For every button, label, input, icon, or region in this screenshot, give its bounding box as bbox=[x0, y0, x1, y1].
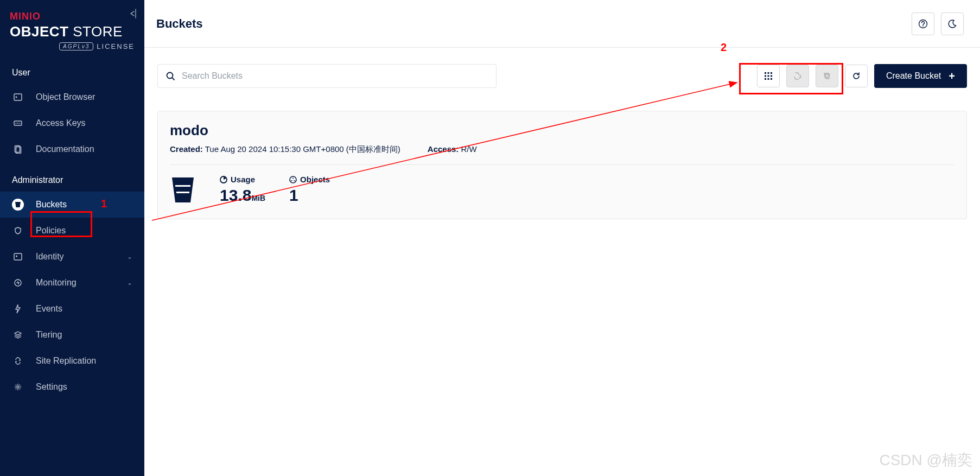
sidebar-item-access-keys[interactable]: Access Keys bbox=[0, 110, 144, 136]
svg-rect-20 bbox=[771, 75, 772, 77]
svg-point-13 bbox=[922, 26, 924, 27]
svg-rect-22 bbox=[767, 78, 769, 80]
svg-rect-15 bbox=[765, 72, 766, 74]
events-icon bbox=[12, 303, 24, 315]
objects-label: Objects bbox=[289, 175, 330, 184]
svg-point-9 bbox=[16, 256, 17, 257]
svg-rect-16 bbox=[767, 72, 769, 74]
action-row: Create Bucket + bbox=[157, 64, 967, 88]
usage-stat: Usage 13.8MiB bbox=[220, 175, 265, 205]
svg-point-30 bbox=[294, 180, 295, 181]
plus-icon: + bbox=[949, 70, 955, 82]
topbar-actions bbox=[912, 12, 964, 35]
topbar: Buckets bbox=[144, 0, 980, 48]
svg-point-3 bbox=[16, 123, 17, 124]
objects-icon bbox=[289, 176, 297, 183]
bucket-meta: Created: Tue Aug 20 2024 10:15:30 GMT+08… bbox=[170, 144, 954, 165]
search-wrap bbox=[157, 64, 497, 88]
settings-icon bbox=[12, 381, 24, 393]
object-browser-icon bbox=[12, 91, 24, 103]
sidebar-item-policies[interactable]: Policies bbox=[0, 218, 144, 244]
usage-label: Usage bbox=[220, 175, 265, 184]
search-input[interactable] bbox=[182, 71, 488, 81]
bucket-icon bbox=[12, 199, 24, 211]
svg-rect-18 bbox=[765, 75, 766, 77]
create-bucket-button[interactable]: Create Bucket + bbox=[874, 64, 967, 88]
refresh-button[interactable] bbox=[845, 65, 868, 87]
replication-icon bbox=[823, 72, 831, 80]
usage-icon bbox=[220, 176, 227, 183]
bucket-created: Created: Tue Aug 20 2024 10:15:30 GMT+08… bbox=[170, 144, 400, 155]
content: Create Bucket + modo Created: Tue Aug 20… bbox=[144, 48, 980, 236]
bucket-access: Access: R/W bbox=[428, 144, 477, 155]
grid-icon bbox=[764, 72, 773, 80]
refresh-icon bbox=[852, 72, 861, 80]
sidebar-item-settings[interactable]: Settings bbox=[0, 374, 144, 400]
sidebar-item-label: Events bbox=[36, 304, 62, 314]
grid-view-button[interactable] bbox=[757, 65, 780, 87]
sidebar-item-site-replication[interactable]: Site Replication bbox=[0, 348, 144, 374]
policies-icon bbox=[12, 225, 24, 237]
lifecycle-button bbox=[786, 65, 809, 87]
bucket-card[interactable]: modo Created: Tue Aug 20 2024 10:15:30 G… bbox=[157, 111, 967, 219]
tiering-icon bbox=[12, 329, 24, 341]
svg-point-4 bbox=[17, 123, 18, 124]
svg-point-27 bbox=[290, 176, 296, 183]
sidebar-item-label: Settings bbox=[36, 382, 67, 392]
sidebar-item-label: Documentation bbox=[36, 144, 94, 154]
sidebar-item-monitoring[interactable]: Monitoring ⌄ bbox=[0, 270, 144, 296]
sidebar: MINIO OBJECT STORE AGPLv3 LICENSE User O… bbox=[0, 0, 144, 476]
sidebar-item-buckets[interactable]: Buckets bbox=[0, 192, 144, 218]
sidebar-item-label: Object Browser bbox=[36, 92, 95, 102]
sidebar-item-label: Buckets bbox=[36, 200, 67, 210]
sidebar-item-identity[interactable]: Identity ⌄ bbox=[0, 244, 144, 270]
objects-stat: Objects 1 bbox=[289, 175, 330, 205]
brand-logo: MINIO bbox=[10, 11, 135, 22]
monitoring-icon bbox=[12, 277, 24, 289]
chevron-down-icon: ⌄ bbox=[127, 253, 132, 261]
sidebar-item-label: Tiering bbox=[36, 330, 62, 340]
access-keys-icon bbox=[12, 117, 24, 129]
section-user-title: User bbox=[0, 55, 144, 84]
svg-rect-17 bbox=[771, 72, 772, 74]
svg-rect-19 bbox=[767, 75, 769, 77]
lifecycle-icon bbox=[793, 72, 802, 80]
logo-area: MINIO OBJECT STORE AGPLv3 LICENSE bbox=[0, 0, 144, 55]
svg-rect-23 bbox=[771, 78, 772, 80]
theme-toggle-button[interactable] bbox=[941, 12, 964, 35]
svg-point-1 bbox=[16, 97, 17, 98]
sidebar-item-label: Site Replication bbox=[36, 356, 96, 366]
svg-rect-24 bbox=[175, 185, 190, 187]
chevron-down-icon: ⌄ bbox=[127, 279, 132, 287]
main-area: Buckets bbox=[144, 0, 980, 476]
bucket-large-icon bbox=[170, 175, 196, 205]
svg-rect-0 bbox=[14, 94, 22, 100]
sidebar-item-documentation[interactable]: Documentation bbox=[0, 136, 144, 162]
svg-point-29 bbox=[291, 180, 292, 181]
sidebar-item-object-browser[interactable]: Object Browser bbox=[0, 84, 144, 110]
help-button[interactable] bbox=[912, 12, 934, 35]
bucket-stats: Usage 13.8MiB Objects 1 bbox=[170, 175, 954, 205]
sidebar-item-label: Identity bbox=[36, 252, 64, 262]
sidebar-item-events[interactable]: Events bbox=[0, 296, 144, 322]
collapse-sidebar-button[interactable] bbox=[128, 9, 138, 18]
section-admin-title: Administrator bbox=[0, 162, 144, 192]
moon-icon bbox=[947, 19, 957, 29]
documentation-icon bbox=[12, 143, 24, 155]
svg-rect-8 bbox=[14, 253, 22, 260]
svg-point-5 bbox=[20, 123, 21, 124]
sidebar-item-label: Monitoring bbox=[36, 278, 77, 288]
create-bucket-label: Create Bucket bbox=[886, 71, 941, 81]
svg-rect-21 bbox=[765, 78, 766, 80]
svg-rect-25 bbox=[176, 192, 189, 193]
page-title: Buckets bbox=[156, 17, 203, 31]
replication-icon bbox=[12, 355, 24, 367]
svg-point-12 bbox=[919, 20, 927, 28]
sidebar-item-label: Access Keys bbox=[36, 118, 86, 128]
brand-main: OBJECT STORE bbox=[10, 23, 135, 40]
sidebar-item-tiering[interactable]: Tiering bbox=[0, 322, 144, 348]
sidebar-item-label: Policies bbox=[36, 226, 66, 236]
objects-value: 1 bbox=[289, 186, 330, 205]
identity-icon bbox=[12, 251, 24, 263]
search-icon bbox=[166, 71, 175, 81]
